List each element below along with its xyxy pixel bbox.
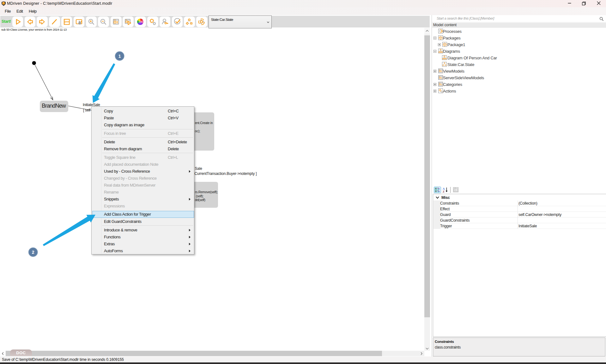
- svg-text:Z: Z: [443, 190, 445, 193]
- svg-text:2: 2: [32, 250, 34, 255]
- svg-text:1: 1: [118, 54, 121, 59]
